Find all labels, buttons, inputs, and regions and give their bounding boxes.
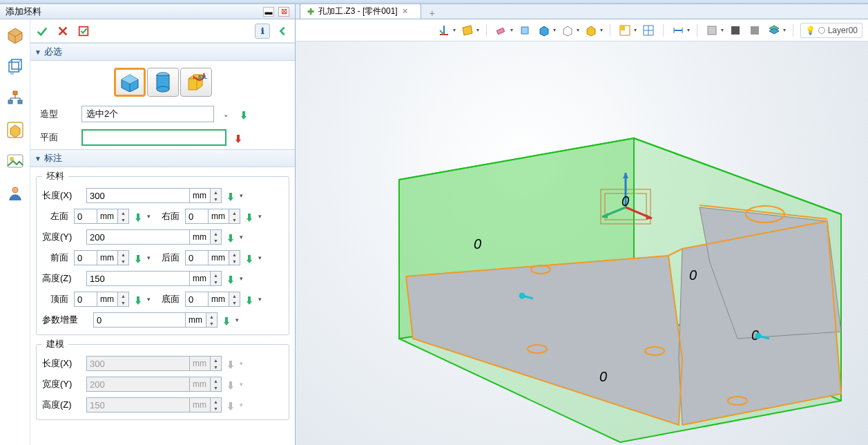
back-input[interactable] (185, 250, 209, 265)
tab-plus-icon: ✚ (307, 7, 314, 17)
spinner: ▲▼ (211, 377, 222, 392)
pin-icon[interactable] (132, 292, 144, 307)
pin-icon[interactable] (243, 209, 255, 224)
spinner[interactable]: ▲▼ (229, 292, 240, 307)
cancel-icon[interactable] (55, 23, 70, 39)
plane-icon[interactable] (460, 23, 475, 38)
shape-expand-icon[interactable]: ⌄ (220, 106, 232, 122)
length-spinner[interactable]: ▲▼ (211, 188, 222, 203)
spinner[interactable]: ▲▼ (229, 209, 240, 224)
spinner[interactable]: ▲▼ (118, 209, 129, 224)
section-annotate-header[interactable]: ▼ 标注 (30, 149, 295, 167)
pin-icon (224, 377, 237, 392)
unit-label: mm (209, 292, 229, 307)
spinner[interactable]: ▲▼ (118, 250, 129, 265)
blank-tool-icon[interactable] (6, 120, 25, 140)
shape-box-button[interactable] (114, 68, 146, 97)
spinner[interactable]: ▲▼ (229, 250, 240, 265)
svg-rect-35 (496, 28, 505, 35)
render1-icon[interactable] (704, 23, 720, 38)
grid-icon[interactable] (641, 23, 656, 38)
shape-input[interactable] (81, 106, 214, 122)
face-color-icon[interactable] (617, 23, 633, 38)
spinner[interactable]: ▲▼ (211, 229, 222, 245)
unit-label: mm (190, 229, 211, 245)
height-label: 高度(Z) (42, 272, 84, 285)
panel-minimize-icon[interactable]: ▬ (263, 7, 274, 17)
shape-field-row: 造型 ⌄ (30, 102, 295, 126)
svg-marker-34 (463, 26, 472, 35)
height-input[interactable] (86, 271, 190, 286)
collapse-icon: ▼ (35, 48, 41, 56)
back-icon[interactable] (276, 23, 291, 39)
pin-icon[interactable] (220, 312, 233, 328)
wire-box-icon[interactable] (560, 23, 575, 38)
spinner: ▲▼ (211, 356, 222, 371)
length-input[interactable] (86, 188, 190, 203)
shape-type-row: STL (30, 61, 295, 102)
unit-label: mm (209, 250, 229, 265)
layers-icon[interactable] (766, 23, 782, 38)
dim-label: 0 (621, 193, 629, 209)
section-required-label: 必选 (44, 46, 62, 58)
render2-icon[interactable] (728, 23, 743, 38)
plane-pin-icon[interactable] (232, 130, 244, 145)
image-icon[interactable] (6, 152, 25, 171)
svg-text:⊞: ⊞ (10, 71, 14, 75)
bottom-label: 底面 (153, 293, 182, 305)
right-side: ✚ 孔加工.Z3 - [零件001] ✕ + ▾ ▾ ▾ ▾ ▾ ▾ ▾ ▾ ▾ (296, 4, 868, 445)
svg-marker-37 (540, 26, 548, 36)
section-required-header[interactable]: ▼ 必选 (30, 43, 295, 61)
unit-label: mm (209, 209, 229, 224)
pin-icon[interactable] (243, 250, 255, 265)
pin-icon[interactable] (243, 292, 255, 307)
tab-close-icon[interactable]: ✕ (402, 7, 408, 16)
pin-icon[interactable] (132, 250, 144, 265)
apply-icon[interactable] (76, 23, 91, 39)
top-input[interactable] (74, 292, 97, 307)
panel-close-icon[interactable]: ⊠ (278, 7, 289, 17)
shape-cylinder-button[interactable] (147, 68, 179, 97)
pin-icon[interactable] (224, 188, 237, 203)
tree-icon[interactable] (6, 88, 25, 108)
right-input[interactable] (185, 209, 209, 224)
box-icon[interactable] (6, 25, 25, 44)
bottom-input[interactable] (185, 292, 209, 307)
help-icon[interactable]: ℹ (255, 23, 270, 39)
whole-icon[interactable] (517, 23, 532, 38)
gold-box-icon[interactable] (584, 23, 599, 38)
coord-icon[interactable] (436, 23, 452, 38)
svg-rect-36 (521, 27, 528, 34)
increment-input[interactable] (93, 312, 186, 328)
stock-legend: 坯料 (42, 170, 68, 182)
left-input[interactable] (74, 209, 97, 224)
document-tab[interactable]: ✚ 孔加工.Z3 - [零件001] ✕ (300, 3, 421, 19)
front-input[interactable] (74, 250, 97, 265)
new-tab-button[interactable]: + (425, 8, 439, 19)
layer-selector[interactable]: 💡 Layer00 (800, 23, 862, 38)
plane-input[interactable] (81, 129, 226, 146)
confirm-icon[interactable] (35, 23, 50, 39)
front-label: 前面 (42, 252, 71, 264)
model-width-label: 宽度(Y) (42, 378, 84, 390)
pin-icon[interactable] (224, 271, 237, 286)
pin-icon[interactable] (224, 229, 237, 245)
render3-icon[interactable] (747, 23, 762, 38)
spinner[interactable]: ▲▼ (118, 292, 129, 307)
layer-label: Layer00 (828, 26, 858, 35)
cube-frame-icon[interactable]: ⊞ (6, 57, 25, 76)
spinner[interactable]: ▲▼ (206, 312, 218, 328)
width-input[interactable] (86, 229, 190, 245)
unit-label: mm (190, 271, 211, 286)
svg-text:STL: STL (198, 75, 208, 79)
shade-box-icon[interactable] (537, 23, 552, 38)
shape-label: 造型 (40, 108, 76, 120)
person-icon[interactable] (6, 184, 25, 203)
spinner[interactable]: ▲▼ (211, 271, 222, 286)
viewport-3d[interactable]: 0 0 0 0 0 (296, 41, 868, 445)
measure-icon[interactable] (671, 23, 686, 38)
shape-stl-button[interactable]: STL (180, 68, 212, 97)
eraser-icon[interactable] (494, 23, 509, 38)
pin-icon[interactable] (132, 209, 144, 224)
shape-pin-icon[interactable] (238, 106, 250, 122)
